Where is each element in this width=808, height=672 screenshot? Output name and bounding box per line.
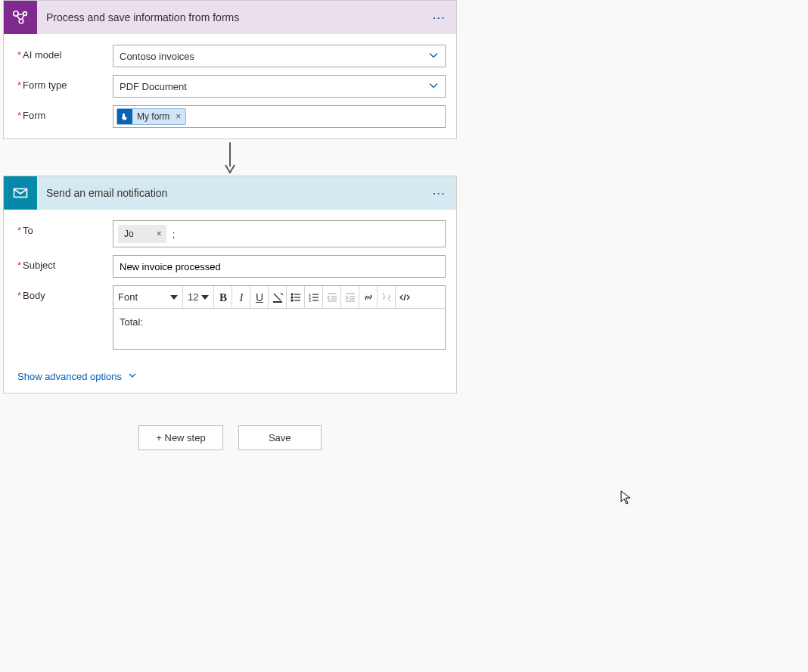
step-body: *To Jo × ; *Subject *Body xyxy=(4,210,456,360)
bold-button[interactable]: B xyxy=(214,286,232,309)
outdent-button[interactable] xyxy=(323,286,341,309)
field-label: *Form type xyxy=(17,75,113,91)
caret-down-icon xyxy=(201,295,209,300)
bullet-list-button[interactable] xyxy=(287,286,305,309)
chevron-down-icon xyxy=(428,80,439,93)
new-step-button[interactable]: + New step xyxy=(138,425,222,450)
svg-line-3 xyxy=(18,14,23,15)
recipient-chip: Jo × xyxy=(118,225,166,243)
svg-rect-8 xyxy=(273,301,282,303)
field-form-type: *Form type PDF Document xyxy=(17,75,446,98)
to-input[interactable]: Jo × ; xyxy=(113,220,446,247)
svg-line-4 xyxy=(17,16,20,20)
recipient-separator: ; xyxy=(169,229,176,240)
code-view-button[interactable] xyxy=(396,286,414,309)
form-type-select[interactable]: PDF Document xyxy=(113,75,446,98)
step-card-process-forms: Process and save information from forms … xyxy=(3,0,457,139)
step-header[interactable]: Send an email notification ··· xyxy=(4,176,456,210)
show-advanced-options[interactable]: Show advanced options xyxy=(4,360,456,393)
touch-icon xyxy=(117,109,132,124)
remove-recipient-button[interactable]: × xyxy=(134,229,162,239)
field-form: *Form My form × xyxy=(17,105,446,128)
chevron-down-icon xyxy=(428,50,439,63)
ai-builder-icon xyxy=(4,1,37,34)
recipient-chip-text: Jo xyxy=(124,229,134,239)
flow-connector xyxy=(3,139,457,176)
step-title: Process and save information from forms xyxy=(37,11,428,23)
footer-actions: + New step Save xyxy=(3,425,457,450)
font-family-select[interactable]: Font xyxy=(113,286,183,308)
font-size-select[interactable]: 12 xyxy=(183,286,214,308)
svg-line-5 xyxy=(22,15,24,20)
remove-token-button[interactable]: × xyxy=(171,111,185,122)
field-label: *To xyxy=(17,220,113,236)
ai-model-value: Contoso invoices xyxy=(120,51,194,62)
link-button[interactable] xyxy=(359,286,378,309)
font-color-button[interactable] xyxy=(269,286,287,309)
step-body: *AI model Contoso invoices *Form type PD… xyxy=(4,34,456,138)
form-token: My form × xyxy=(117,108,186,125)
form-type-value: PDF Document xyxy=(120,81,187,92)
number-list-button[interactable]: 123 xyxy=(305,286,323,309)
field-label: *Subject xyxy=(17,255,113,271)
italic-button[interactable]: I xyxy=(232,286,250,309)
field-body: *Body Font 12 B I U xyxy=(17,285,446,350)
indent-button[interactable] xyxy=(341,286,359,309)
form-input[interactable]: My form × xyxy=(113,105,446,128)
svg-point-11 xyxy=(291,297,293,298)
caret-down-icon xyxy=(170,295,178,300)
step-menu-button[interactable]: ··· xyxy=(428,185,450,202)
step-menu-button[interactable]: ··· xyxy=(428,9,450,26)
svg-point-9 xyxy=(291,294,293,295)
svg-text:3: 3 xyxy=(309,298,311,303)
form-token-label: My form xyxy=(135,111,171,122)
unlink-button[interactable] xyxy=(378,286,396,309)
step-title: Send an email notification xyxy=(37,187,428,199)
field-ai-model: *AI model Contoso invoices xyxy=(17,45,446,67)
field-label: *Body xyxy=(17,285,113,301)
svg-point-0 xyxy=(14,11,18,16)
body-editor: Font 12 B I U xyxy=(113,285,446,350)
field-subject: *Subject xyxy=(17,255,446,278)
field-to: *To Jo × ; xyxy=(17,220,446,247)
step-card-send-email: Send an email notification ··· *To Jo × … xyxy=(3,176,457,394)
editor-toolbar: Font 12 B I U xyxy=(113,286,445,309)
svg-point-1 xyxy=(23,12,27,16)
underline-button[interactable]: U xyxy=(250,286,269,309)
step-header[interactable]: Process and save information from forms … xyxy=(4,1,456,34)
chevron-down-icon xyxy=(128,371,137,382)
field-label: *AI model xyxy=(17,45,113,61)
body-content[interactable]: Total: xyxy=(113,309,445,349)
field-label: *Form xyxy=(17,105,113,121)
mouse-cursor-icon xyxy=(620,490,632,508)
ai-model-select[interactable]: Contoso invoices xyxy=(113,45,446,67)
mail-icon xyxy=(4,176,37,210)
svg-point-13 xyxy=(291,300,293,301)
subject-input[interactable] xyxy=(113,255,446,278)
save-button[interactable]: Save xyxy=(238,425,322,450)
